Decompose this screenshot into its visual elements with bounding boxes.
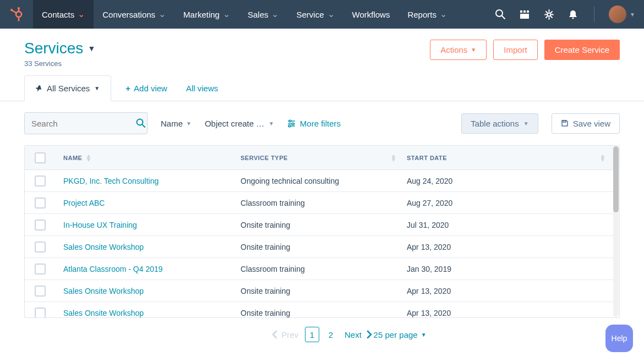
service-name-link[interactable]: Sales Onsite Workshop: [63, 243, 144, 251]
plus-icon: +: [125, 84, 130, 93]
svg-point-5: [10, 9, 13, 11]
nav-contacts[interactable]: Contacts⌄: [33, 0, 94, 29]
table-row: Project ABCClassroom trainingAug 27, 202…: [25, 192, 619, 214]
actions-button[interactable]: Actions ▼: [430, 40, 487, 60]
help-button[interactable]: Help: [605, 325, 633, 352]
svg-rect-10: [523, 10, 526, 13]
page-title-dropdown[interactable]: Services ▼: [24, 40, 95, 57]
caret-down-icon: ▼: [421, 332, 427, 338]
service-name-link[interactable]: Atlanta Classroom - Q4 2019: [63, 265, 163, 273]
add-view-button[interactable]: + Add view: [121, 76, 172, 101]
row-checkbox[interactable]: [35, 286, 46, 297]
services-table: NAME ▲▼ SERVICE TYPE ▲▼ START DATE ▲▼ PK…: [24, 145, 620, 318]
sort-icon: ▲▼: [85, 154, 91, 161]
svg-rect-12: [520, 14, 529, 19]
chevron-down-icon: ⌄: [223, 12, 230, 17]
row-checkbox[interactable]: [35, 308, 46, 318]
start-date: Apr 13, 2020: [407, 243, 451, 251]
chevron-down-icon: ⌄: [159, 12, 166, 17]
filter-object-create-date[interactable]: Object create d… ▼: [205, 119, 274, 128]
svg-point-14: [572, 18, 574, 19]
svg-point-20: [289, 120, 291, 122]
page-title: Services: [24, 40, 83, 57]
select-all-checkbox[interactable]: [35, 152, 46, 163]
start-date: Jan 30, 2019: [407, 265, 451, 273]
service-type: Ongoing technical consulting: [241, 177, 339, 185]
nav-divider: [594, 7, 594, 22]
svg-rect-11: [527, 10, 529, 13]
notifications-bell-icon[interactable]: [566, 8, 580, 21]
start-date: Jul 31, 2020: [407, 221, 449, 229]
nav-workflows[interactable]: Workflows: [343, 0, 399, 29]
service-name-link[interactable]: Project ABC: [63, 199, 105, 207]
service-type: Onsite training: [241, 243, 290, 251]
search-box[interactable]: [24, 112, 148, 134]
nav-conversations[interactable]: Conversations⌄: [94, 0, 174, 29]
chevron-down-icon: ⌄: [78, 12, 85, 17]
table-row: Sales Onsite WorkshopOnsite trainingApr …: [25, 280, 619, 302]
column-header-type[interactable]: SERVICE TYPE ▲▼: [241, 154, 407, 161]
save-view-button[interactable]: Save view: [552, 113, 620, 134]
sort-icon: ▲▼: [600, 154, 606, 161]
more-filters-button[interactable]: More filters: [287, 119, 341, 128]
chevron-down-icon: ⌄: [328, 12, 335, 17]
caret-down-icon: ▼: [186, 120, 192, 127]
page-number[interactable]: 2: [324, 327, 338, 342]
pin-icon: [36, 85, 42, 92]
create-service-button[interactable]: Create Service: [544, 40, 620, 60]
service-name-link[interactable]: PKGD, Inc. Tech Consulting: [63, 177, 159, 185]
svg-point-7: [496, 10, 503, 17]
row-checkbox[interactable]: [35, 242, 46, 253]
svg-point-22: [288, 125, 291, 127]
service-type: Onsite training: [241, 309, 290, 317]
service-type: Onsite training: [241, 221, 290, 229]
svg-rect-23: [563, 120, 566, 122]
column-header-name[interactable]: NAME ▲▼: [56, 154, 241, 161]
row-checkbox[interactable]: [35, 175, 46, 187]
chevron-down-icon: ⌄: [271, 12, 279, 17]
table-actions-button[interactable]: Table actions ▼: [461, 113, 538, 134]
row-checkbox[interactable]: [35, 220, 46, 231]
row-checkbox[interactable]: [35, 264, 46, 275]
search-input[interactable]: [31, 119, 136, 128]
pagination-next[interactable]: Next: [345, 330, 373, 339]
all-views-link[interactable]: All views: [182, 76, 222, 101]
svg-point-13: [547, 13, 550, 16]
start-date: Apr 13, 2020: [407, 309, 451, 317]
service-type: Onsite training: [241, 287, 290, 295]
svg-line-8: [502, 16, 505, 19]
svg-point-21: [292, 123, 294, 125]
column-header-date[interactable]: START DATE ▲▼: [407, 154, 619, 161]
settings-gear-icon[interactable]: [542, 8, 555, 21]
nav-marketing[interactable]: Marketing⌄: [174, 0, 239, 29]
service-name-link[interactable]: Sales Onsite Workshop: [63, 309, 144, 317]
scrollbar-thumb[interactable]: [613, 146, 619, 212]
nav-reports[interactable]: Reports⌄: [399, 0, 456, 29]
service-name-link[interactable]: Sales Onsite Workshop: [63, 287, 144, 295]
save-icon: [561, 119, 569, 127]
caret-down-icon: ▼: [88, 44, 95, 53]
table-row: Sales Onsite WorkshopOnsite trainingApr …: [25, 236, 619, 258]
page-number[interactable]: 1: [305, 327, 319, 342]
row-checkbox[interactable]: [35, 198, 46, 209]
start-date: Apr 13, 2020: [407, 287, 451, 295]
filter-name[interactable]: Name ▼: [161, 119, 192, 128]
chevron-down-icon: ▼: [630, 12, 635, 18]
chevron-down-icon: ⌄: [440, 12, 447, 17]
caret-down-icon: ▼: [523, 120, 529, 127]
hubspot-logo[interactable]: [0, 0, 33, 29]
per-page-dropdown[interactable]: 25 per page ▼: [374, 330, 427, 339]
user-menu[interactable]: ▼: [609, 6, 635, 23]
sort-icon: ▲▼: [391, 154, 397, 161]
nav-service[interactable]: Service⌄: [287, 0, 343, 29]
pagination-prev[interactable]: Prev: [271, 330, 298, 339]
chevron-right-icon: [366, 330, 373, 339]
import-button[interactable]: Import: [493, 40, 538, 60]
search-icon[interactable]: [494, 8, 507, 21]
service-name-link[interactable]: In-House UX Training: [63, 221, 137, 229]
marketplace-icon[interactable]: [518, 8, 531, 21]
tab-all-services[interactable]: All Services ▼: [24, 75, 111, 101]
nav-sales[interactable]: Sales⌄: [239, 0, 288, 29]
table-row: PKGD, Inc. Tech ConsultingOngoing techni…: [25, 170, 619, 192]
table-row: Sales Onsite WorkshopOnsite trainingApr …: [25, 302, 619, 317]
